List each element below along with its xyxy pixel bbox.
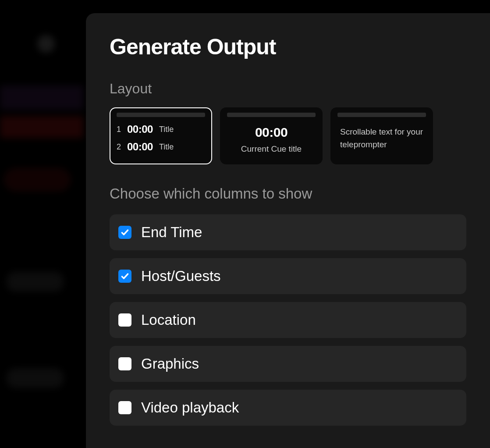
row-number: 2 [117,142,121,152]
checkbox[interactable] [118,226,131,239]
column-option-host-guests[interactable]: Host/Guests [110,258,466,294]
layout-subtitle: Current Cue title [241,144,302,154]
layout-option-list[interactable]: 1 00:00 Title 2 00:00 Title [110,107,212,164]
row-title: Title [159,142,174,152]
layout-preview-row: 2 00:00 Title [117,141,205,153]
generate-output-modal: Generate Output Layout 1 00:00 Title 2 0… [86,13,490,448]
column-option-video-playback[interactable]: Video playback [110,390,466,426]
column-option-graphics[interactable]: Graphics [110,346,466,382]
column-label: Graphics [141,356,199,372]
row-number: 1 [117,125,121,134]
checkbox[interactable] [118,357,131,370]
checkbox[interactable] [118,401,131,414]
layout-description: Scrollable text for your teleprompter [337,121,426,151]
layout-option-teleprompter[interactable]: Scrollable text for your teleprompter [330,107,433,164]
column-label: Host/Guests [141,268,221,284]
row-time: 00:00 [127,123,153,135]
check-icon [121,272,129,281]
column-option-end-time[interactable]: End Time [110,214,466,250]
layout-big-time: 00:00 [255,125,288,140]
column-label: Video playback [141,399,239,416]
check-icon [121,228,129,237]
layout-options: 1 00:00 Title 2 00:00 Title 00:00 Curren… [110,107,466,164]
layout-preview-row: 1 00:00 Title [117,123,205,135]
row-title: Title [159,125,174,134]
layout-section-label: Layout [110,81,466,97]
checkbox[interactable] [118,313,131,327]
column-label: Location [141,312,196,328]
columns-section-label: Choose which columns to show [110,185,466,202]
layout-preview-bar [337,113,426,117]
layout-preview-bar [117,113,205,117]
layout-preview-bar [227,113,316,117]
row-time: 00:00 [127,141,153,153]
layout-preview-rows: 1 00:00 Title 2 00:00 Title [117,121,205,153]
layout-preview-center: 00:00 Current Cue title [227,121,316,157]
column-option-location[interactable]: Location [110,302,466,338]
layout-option-current-cue[interactable]: 00:00 Current Cue title [220,107,323,164]
column-list: End Time Host/Guests Location Graphics [110,214,466,426]
column-label: End Time [141,224,202,241]
modal-title: Generate Output [110,34,466,60]
checkbox[interactable] [118,270,131,283]
